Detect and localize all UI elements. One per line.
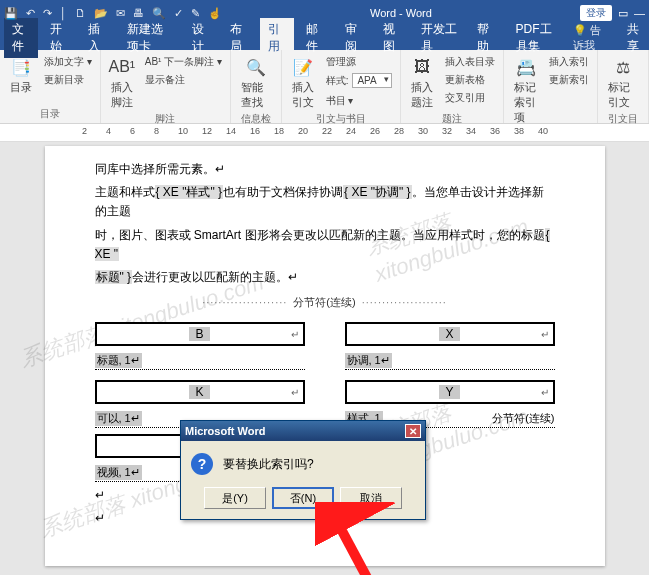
ruler-tick: 16: [250, 126, 260, 136]
mark-citation[interactable]: ⚖标记引文: [604, 54, 642, 112]
ruler-tick: 28: [394, 126, 404, 136]
login-button[interactable]: 登录: [580, 5, 612, 21]
group-research: 🔍智能查找 信息检索: [231, 50, 282, 123]
dialog-title: Microsoft Word: [185, 425, 265, 437]
new-icon[interactable]: 🗋: [75, 7, 86, 19]
body-text[interactable]: 同库中选择所需元素。↵: [95, 160, 555, 179]
xe-field: { XE "协调" }: [343, 185, 412, 199]
preview-icon[interactable]: 🔍: [152, 7, 166, 20]
index-heading-box[interactable]: X: [345, 322, 555, 346]
style-select[interactable]: APA: [352, 73, 391, 88]
draw-icon[interactable]: ✎: [191, 7, 200, 20]
ruler-tick: 10: [178, 126, 188, 136]
group-captions: 🖼插入题注 插入表目录 更新表格 交叉引用 题注: [401, 50, 504, 123]
group-toa: ⚖标记引文 引文目录: [598, 50, 649, 123]
update-index[interactable]: 更新索引: [547, 72, 591, 88]
ruler-tick: 22: [322, 126, 332, 136]
xe-field: { XE "样式" }: [155, 185, 224, 199]
bibliography[interactable]: 书目 ▾: [324, 93, 394, 109]
ruler-tick: 32: [442, 126, 452, 136]
insert-footnote[interactable]: AB¹插入脚注: [107, 54, 137, 112]
touch-icon[interactable]: ☝: [208, 7, 222, 20]
toc-button[interactable]: 📑目录: [6, 54, 36, 97]
dialog-titlebar[interactable]: Microsoft Word ✕: [181, 421, 425, 441]
update-tof[interactable]: 更新表格: [443, 72, 497, 88]
body-text[interactable]: 主题和样式{ XE "样式" }也有助于文档保持协调{ XE "协调" }。当您…: [95, 183, 555, 221]
minimize-icon[interactable]: —: [634, 7, 645, 19]
group-citations: 📝插入引文 管理源 样式: APA 书目 ▾ 引文与书目: [282, 50, 401, 123]
manage-sources[interactable]: 管理源: [324, 54, 394, 70]
group-index: 📇标记索引项 插入索引 更新索引 索引: [504, 50, 599, 123]
ruler-tick: 2: [82, 126, 87, 136]
smart-lookup[interactable]: 🔍智能查找: [237, 54, 275, 112]
cancel-button[interactable]: 取消: [340, 487, 402, 509]
dialog: Microsoft Word ✕ ? 要替换此索引吗? 是(Y) 否(N) 取消: [180, 420, 426, 520]
next-footnote[interactable]: AB¹ 下一条脚注 ▾: [143, 54, 224, 70]
show-notes[interactable]: 显示备注: [143, 72, 224, 88]
qat-sep: │: [60, 7, 67, 19]
ruler-tick: 12: [202, 126, 212, 136]
ruler-tick: 8: [154, 126, 159, 136]
xe-field: 标题" }: [95, 270, 133, 284]
ruler-tick: 20: [298, 126, 308, 136]
group-toc: 📑目录 添加文字 ▾ 更新目录 目录: [0, 50, 101, 123]
toc-update[interactable]: 更新目录: [42, 72, 94, 88]
dialog-message: 要替换此索引吗?: [223, 456, 314, 473]
index-entry[interactable]: 协调, 1↵: [345, 350, 555, 370]
index-heading-box[interactable]: K: [95, 380, 305, 404]
spell-icon[interactable]: ✓: [174, 7, 183, 20]
ruler-tick: 38: [514, 126, 524, 136]
ribbon-tabs: 文件 开始 插入 新建选项卡 设计 布局 引用 邮件 审阅 视图 开发工具 帮助…: [0, 26, 649, 50]
tell-me[interactable]: 💡 告诉我: [573, 23, 611, 53]
insert-tof[interactable]: 插入表目录: [443, 54, 497, 70]
print-icon[interactable]: 🖶: [133, 7, 144, 19]
ruler-tick: 36: [490, 126, 500, 136]
ruler-tick: 26: [370, 126, 380, 136]
ribbon-options-icon[interactable]: ▭: [618, 7, 628, 20]
ruler[interactable]: 246810121416182022242628303234363840: [0, 124, 649, 142]
index-heading-box[interactable]: Y: [345, 380, 555, 404]
section-break: 分节符(连续): [95, 295, 555, 310]
ruler-tick: 6: [130, 126, 135, 136]
open-icon[interactable]: 📂: [94, 7, 108, 20]
undo-icon[interactable]: ↶: [26, 7, 35, 20]
index-heading-box[interactable]: B: [95, 322, 305, 346]
index-entry[interactable]: 标题, 1↵: [95, 350, 305, 370]
ruler-tick: 18: [274, 126, 284, 136]
ruler-tick: 40: [538, 126, 548, 136]
mark-index-entry[interactable]: 📇标记索引项: [510, 54, 542, 127]
ruler-tick: 24: [346, 126, 356, 136]
group-footnotes: AB¹插入脚注 AB¹ 下一条脚注 ▾ 显示备注 脚注: [101, 50, 231, 123]
save-icon[interactable]: 💾: [4, 7, 18, 20]
insert-caption[interactable]: 🖼插入题注: [407, 54, 437, 112]
insert-citation[interactable]: 📝插入引文: [288, 54, 318, 112]
mail-icon[interactable]: ✉: [116, 7, 125, 20]
ruler-tick: 14: [226, 126, 236, 136]
style-label: 样式:: [326, 74, 349, 88]
redo-icon[interactable]: ↷: [43, 7, 52, 20]
yes-button[interactable]: 是(Y): [204, 487, 266, 509]
question-icon: ?: [191, 453, 213, 475]
no-button[interactable]: 否(N): [272, 487, 334, 509]
toc-add-text[interactable]: 添加文字 ▾: [42, 54, 94, 70]
insert-index[interactable]: 插入索引: [547, 54, 591, 70]
body-text[interactable]: 标题" }会进行更改以匹配新的主题。↵: [95, 268, 555, 287]
ribbon: 📑目录 添加文字 ▾ 更新目录 目录 AB¹插入脚注 AB¹ 下一条脚注 ▾ 显…: [0, 50, 649, 124]
body-text[interactable]: 时，图片、图表或 SmartArt 图形将会更改以匹配新的主题。当应用样式时，您…: [95, 226, 555, 264]
ruler-tick: 34: [466, 126, 476, 136]
cross-ref[interactable]: 交叉引用: [443, 90, 497, 106]
ruler-tick: 30: [418, 126, 428, 136]
close-icon[interactable]: ✕: [405, 424, 421, 438]
ruler-tick: 4: [106, 126, 111, 136]
